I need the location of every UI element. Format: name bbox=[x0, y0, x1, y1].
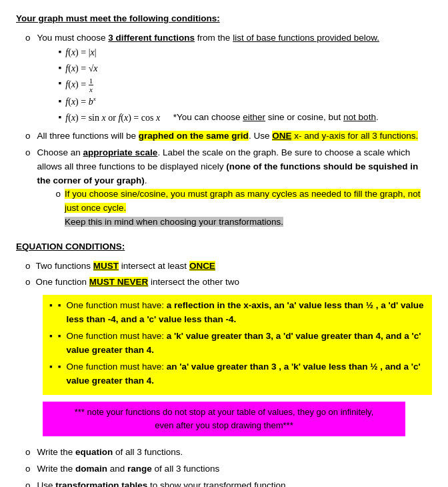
function-recip: f(x) = 1x bbox=[59, 77, 380, 93]
bullet-conditions-box: ▪ One function must have: a reflection i… bbox=[43, 295, 432, 395]
bottom-requirements: Write the equation of all 3 functions. W… bbox=[16, 446, 432, 487]
note-line2: even after you stop drawing them*** bbox=[53, 419, 395, 432]
bullet-condition-3: ▪ One function must have: an 'a' value g… bbox=[49, 360, 425, 388]
function-exp: f(x) = bx bbox=[59, 95, 380, 109]
condition1-text: You must choose 3 different functions fr… bbox=[37, 31, 380, 127]
function-sqrt: f(x) = √x bbox=[59, 61, 380, 76]
condition-same-grid: All three functions will be graphed on t… bbox=[16, 129, 432, 143]
condition-scale: Choose an appropriate scale. Label the s… bbox=[16, 146, 432, 231]
condition-choose-functions: You must choose 3 different functions fr… bbox=[16, 31, 432, 127]
note-box: *** note your functions do not stop at y… bbox=[43, 402, 405, 436]
condition3-text: Choose an appropriate scale. Label the s… bbox=[37, 146, 432, 231]
equation-conditions-title: EQUATION CONDITIONS: bbox=[16, 240, 432, 254]
use-transformation-tables: Use transformation tables to show your t… bbox=[16, 479, 432, 487]
functions-list: f(x) = |x| f(x) = √x f(x) = 1x f(x) = bx bbox=[37, 45, 380, 125]
sine-note: If you choose sine/cosine, you must grap… bbox=[56, 187, 432, 229]
conditions-list: You must choose 3 different functions fr… bbox=[16, 31, 432, 231]
main-title: Your graph must meet the following condi… bbox=[16, 12, 432, 26]
bullet-condition-1: ▪ One function must have: a reflection i… bbox=[49, 299, 425, 327]
equation-conditions: EQUATION CONDITIONS: Two functions MUST … bbox=[16, 240, 432, 436]
eq-must-intersect: Two functions MUST intersect at least ON… bbox=[16, 260, 432, 274]
eq-must-never: One function MUST NEVER intersect the ot… bbox=[16, 276, 432, 290]
function-abs: f(x) = |x| bbox=[59, 45, 380, 60]
main-conditions: Your graph must meet the following condi… bbox=[16, 12, 432, 487]
note-line1: *** note your functions do not stop at y… bbox=[53, 406, 395, 419]
function-trig: f(x) = sin x or f(x) = cos x *You can ch… bbox=[59, 111, 380, 125]
bullet-condition-2: ▪ One function must have: a 'k' value gr… bbox=[49, 330, 425, 358]
write-domain-range: Write the domain and range of all 3 func… bbox=[16, 462, 432, 476]
eq-list: Two functions MUST intersect at least ON… bbox=[16, 260, 432, 290]
condition2-text: All three functions will be graphed on t… bbox=[37, 129, 419, 143]
sine-note-list: If you choose sine/cosine, you must grap… bbox=[37, 187, 432, 229]
write-equation: Write the equation of all 3 functions. bbox=[16, 446, 432, 460]
